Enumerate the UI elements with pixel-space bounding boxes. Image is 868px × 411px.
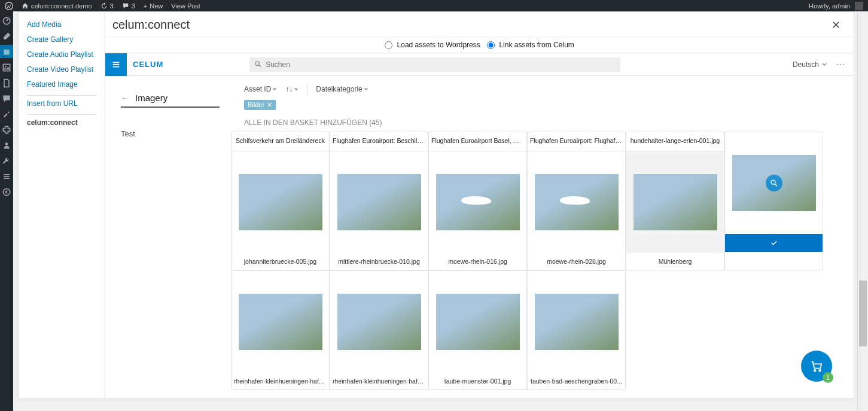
celum-subnav: ← Imagery Test [105,76,231,398]
dashboard-icon[interactable] [2,16,11,26]
page-scrollbar[interactable] [857,11,868,411]
svg-point-8 [3,188,10,195]
asset-card[interactable]: Schifsverkehr am Dreiländereckjohanniter… [231,132,330,270]
wp-admin-rail [0,11,13,411]
modal-header: celum:connect ✕ [105,12,854,36]
asset-card[interactable]: Flughafen Euroairport: Beschild...mittle… [330,132,428,270]
modal-main: celum:connect ✕ Load assets to Wordpress… [105,12,854,398]
asset-thumbnail[interactable] [429,151,526,253]
add-all-button[interactable]: ALLE IN DEN BASKET HINZUFÜGEN (45) [231,112,854,132]
wp-admin-bar: celum:connect demo 3 3 + New View Post H… [0,0,868,11]
wp-logo-icon[interactable] [5,2,13,10]
posts-icon[interactable] [2,32,11,41]
create-audio-link[interactable]: Create Audio Playlist [27,50,96,59]
cart-icon [810,360,823,373]
back-arrow-icon[interactable]: ← [121,93,129,103]
collapse-icon[interactable] [2,187,11,197]
asset-card[interactable]: rheinhafen-kleinhueningen-hafe... [330,270,428,390]
sort-asset-id[interactable]: Asset ID [244,85,277,93]
tab-test[interactable]: Test [121,129,219,138]
filter-chip-bilder[interactable]: Bilder ✕ [244,100,276,110]
radio-link[interactable]: Link assets from Celum [487,41,574,49]
add-media-link[interactable]: Add Media [27,20,96,29]
tab-imagery[interactable]: ← Imagery [121,93,220,108]
asset-title: Schifsverkehr am Dreiländereck [232,132,329,151]
gallery-panel: Asset ID ↑↓ Dateikategorie Bilder ✕ ALLE… [231,76,854,398]
asset-card[interactable] [724,132,823,270]
celum-logo: CELUM [133,60,163,69]
celum-connect-nav[interactable]: celum:connect [27,118,96,127]
asset-card[interactable]: Flughafen Euroairport: Flughafe...moewe-… [527,132,626,270]
filter-dateikategorie[interactable]: Dateikategorie [316,85,368,93]
asset-card[interactable]: hundehalter-lange-erlen-001.jpgMühlenber… [626,132,724,270]
create-video-link[interactable]: Create Video Playlist [27,65,96,74]
asset-thumbnail[interactable] [528,151,625,253]
avatar [855,2,863,10]
radio-load[interactable]: Load assets to Wordpress [385,41,480,49]
asset-thumbnail[interactable] [429,271,526,373]
asset-thumbnail[interactable] [330,271,428,373]
settings-icon[interactable] [2,172,11,181]
chip-row: Bilder ✕ [231,96,854,112]
asset-caption: taube-muenster-001.jpg [429,373,526,389]
more-menu-icon[interactable]: ⋯ [836,59,846,70]
close-icon[interactable]: ✕ [829,19,843,32]
mode-radio-row: Load assets to Wordpress Link assets fro… [105,36,854,53]
language-select[interactable]: Deutsch [793,60,827,69]
search-input[interactable] [266,60,616,69]
asset-card[interactable]: taube-muenster-001.jpg [428,270,527,390]
pages-icon[interactable] [2,78,11,88]
comments-rail-icon[interactable] [2,94,11,103]
search-bar[interactable] [249,57,620,72]
asset-title: hundehalter-lange-erlen-001.jpg [626,132,724,151]
asset-card[interactable]: Flughafen Euroairport Basel, Mu...moewe-… [428,132,527,270]
asset-title: Flughafen Euroairport: Beschild... [330,132,428,151]
divider [307,84,307,94]
view-post-link[interactable]: View Post [171,2,200,10]
chevron-down-icon [294,87,299,92]
plugins-icon[interactable] [2,125,11,135]
celum-toolbar: CELUM Deutsch ⋯ [105,53,854,76]
asset-thumbnail[interactable] [626,151,724,253]
featured-image-link[interactable]: Featured Image [27,80,96,89]
asset-grid-scroll[interactable]: Schifsverkehr am Dreiländereckjohanniter… [231,132,854,398]
asset-thumbnail[interactable] [725,132,823,234]
search-icon [254,60,262,68]
comments-link[interactable]: 3 [122,2,135,10]
appearance-icon[interactable] [2,109,11,119]
asset-card[interactable]: tauben-bad-aeschengraben-00... [527,270,626,390]
asset-thumbnail[interactable] [232,151,329,253]
media-icon[interactable] [2,63,11,72]
svg-point-10 [771,180,775,184]
svg-rect-5 [4,174,10,175]
asset-caption: Mühlenberg [626,253,724,270]
separator [27,114,96,115]
howdy-link[interactable]: Howdy, admin [809,2,863,10]
asset-thumbnail[interactable] [330,151,428,253]
list-toggle-button[interactable] [105,53,127,76]
svg-point-12 [819,370,821,372]
tools-icon[interactable] [2,156,11,166]
chevron-down-icon [364,87,368,92]
updates-link[interactable]: 3 [100,2,114,10]
asset-card[interactable]: rheinhafen-kleinhueningen-hafe... [231,270,330,390]
svg-rect-2 [3,64,10,71]
users-icon[interactable] [2,141,11,150]
svg-rect-6 [4,176,10,177]
asset-caption: moewe-rhein-016.jpg [429,253,526,270]
insert-from-url-link[interactable]: Insert from URL [27,99,96,108]
asset-title: Flughafen Euroairport Basel, Mu... [429,132,526,151]
sort-direction[interactable]: ↑↓ [285,85,299,93]
create-gallery-link[interactable]: Create Gallery [27,35,96,44]
new-link[interactable]: + New [144,2,163,10]
svg-point-4 [5,142,8,145]
zoom-icon[interactable] [766,175,782,191]
celum-body: ← Imagery Test Asset ID ↑↓ Dateikategori… [105,76,854,398]
asset-thumbnail[interactable] [528,271,625,373]
site-name-link[interactable]: celum:connect demo [22,2,92,10]
svg-point-11 [814,370,816,372]
basket-button[interactable]: 1 [801,351,832,382]
asset-caption: rheinhafen-kleinhueningen-hafe... [232,373,329,389]
asset-thumbnail[interactable] [232,271,329,373]
active-menu-icon[interactable] [2,47,11,57]
